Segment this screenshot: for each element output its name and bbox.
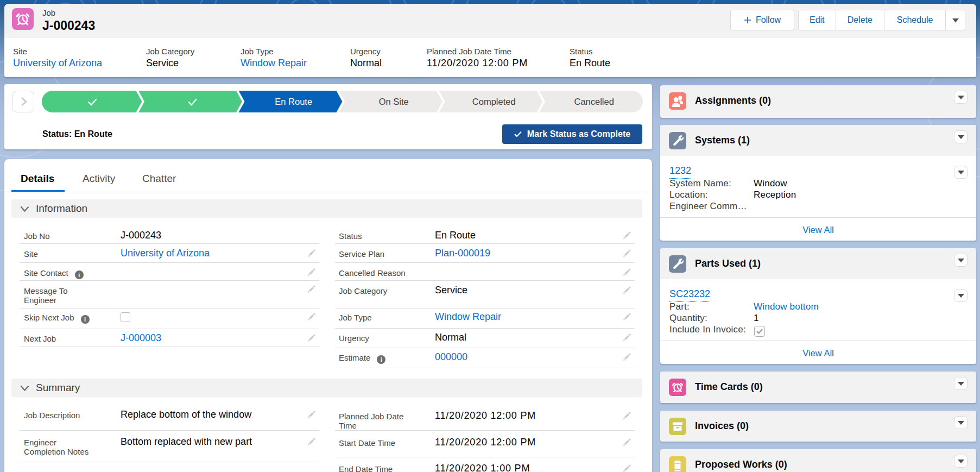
svg-text:Completed: Completed	[472, 97, 516, 106]
svg-text:On Site: On Site	[379, 97, 409, 106]
svg-text:Cancelled: Cancelled	[574, 97, 614, 106]
svg-text:En Route: En Route	[275, 97, 312, 106]
